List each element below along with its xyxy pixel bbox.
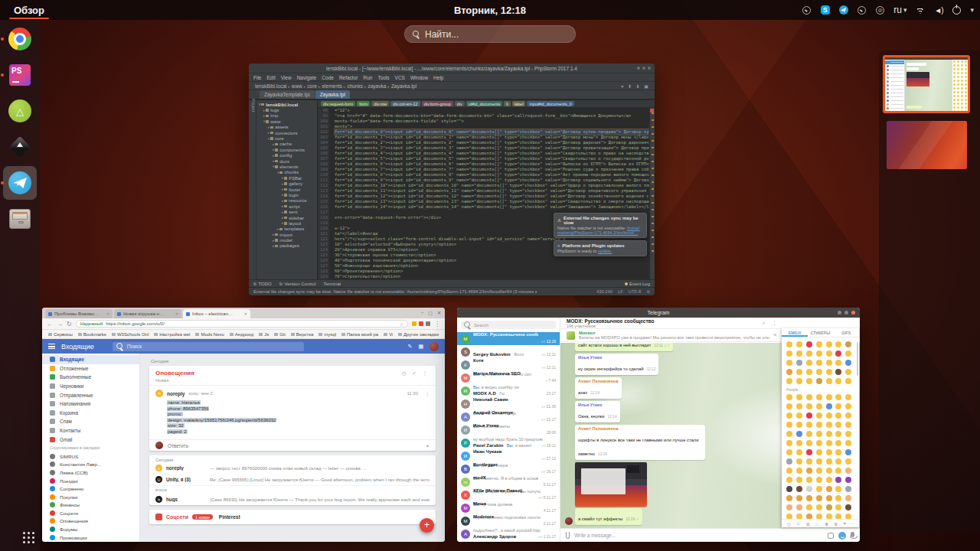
tree-arrow-icon[interactable]: ▸ <box>273 159 274 163</box>
tree-arrow-icon[interactable]: ▸ <box>282 204 283 208</box>
notification-updates[interactable]: ●Platform and Plugin updates PhpStorm is… <box>554 240 647 256</box>
breadcrumb-item[interactable]: zayavka <box>368 83 387 89</box>
bookmark-item[interactable]: Bookmarks <box>78 332 106 337</box>
breadcrumb-chip[interactable]: li <box>504 101 510 106</box>
emoji[interactable] <box>806 486 812 492</box>
reply-row[interactable]: Ответить ✦ <box>149 439 436 451</box>
tree-node[interactable]: ▸ connectors <box>256 130 317 135</box>
reload-icon[interactable]: ↻ <box>67 321 72 328</box>
emoji[interactable] <box>806 412 812 419</box>
wifi-icon[interactable] <box>915 5 925 15</box>
sidebar-item[interactable]: Контакты <box>42 426 139 435</box>
sidebar-item[interactable]: Черновики <box>42 382 139 391</box>
emoji[interactable] <box>845 486 851 492</box>
bundle-card-notifications[interactable]: Оповещения ◷ ✓ ⋮ Новая n noreply кому: м… <box>149 366 436 451</box>
emoji[interactable] <box>786 468 792 474</box>
emoji[interactable] <box>826 431 832 437</box>
tree-arrow-icon[interactable]: ▸ <box>273 244 274 248</box>
emoji[interactable] <box>845 341 851 347</box>
emoji[interactable] <box>796 412 802 419</box>
chrome-menu-icon[interactable]: ⋮ <box>434 321 440 328</box>
emoji[interactable] <box>816 458 822 465</box>
bundle-item[interactable]: Оповещения <box>42 517 139 526</box>
window-controls[interactable] <box>637 67 651 70</box>
emoji[interactable] <box>826 350 832 357</box>
bundle-item[interactable]: Форумы <box>42 525 139 533</box>
breadcrumb-item[interactable]: Zayavka.tpl <box>391 83 416 89</box>
tree-node[interactable]: ▸ cache <box>256 142 317 147</box>
emoji[interactable] <box>845 369 851 375</box>
dock-item-file-archiver[interactable] <box>3 202 37 236</box>
breadcrumb-item[interactable]: elements <box>322 83 341 89</box>
window-controls[interactable]: –▢✕ <box>421 310 441 315</box>
tree-arrow-icon[interactable]: ▸ <box>273 142 274 146</box>
breadcrumb-chip[interactable]: input#id_documents_0 <box>527 101 573 106</box>
message-input-bar[interactable]: Write a message... <box>560 528 860 542</box>
editor-tab[interactable]: ZayavkaTemplate.tpl <box>260 90 315 99</box>
menu-item[interactable]: Refactor <box>339 75 358 80</box>
inbox-search[interactable]: Поиск <box>113 342 304 351</box>
emoji[interactable] <box>845 514 851 519</box>
emoji[interactable] <box>806 350 812 357</box>
tree-node[interactable]: ▾ www <box>256 119 317 124</box>
power-icon[interactable] <box>952 5 962 15</box>
bundle-item[interactable]: Соцсети <box>42 509 139 517</box>
bundle-actions[interactable]: ◷ ✓ ⋮ <box>402 370 430 377</box>
compose-icon[interactable]: ✎ <box>408 344 413 350</box>
bookmark-item[interactable]: Git <box>274 332 286 337</box>
window-telegram[interactable]: Telegram Search M MODX: Русскоязычное со… <box>457 308 860 542</box>
emoji[interactable] <box>826 440 832 446</box>
bundle-item[interactable]: Сохранено <box>42 484 139 493</box>
tree-node[interactable]: ▸ templates <box>256 227 317 232</box>
volume-icon[interactable]: ◄) <box>933 5 943 15</box>
tree-node[interactable]: ▸ script <box>256 204 317 209</box>
tree-node[interactable]: ▸ packages <box>256 243 317 249</box>
emoji[interactable] <box>835 403 841 409</box>
tree-node[interactable]: ▾ core <box>256 135 317 141</box>
attach-icon[interactable] <box>566 532 570 539</box>
emoji[interactable] <box>806 431 812 437</box>
emoji[interactable] <box>845 440 851 446</box>
tree-node[interactable]: ▸ gallery <box>256 181 317 186</box>
emoji[interactable] <box>786 369 792 375</box>
emoji[interactable] <box>826 495 832 501</box>
clock-menu[interactable]: Вторник, 12:18 <box>454 5 526 16</box>
emoji[interactable] <box>796 514 802 519</box>
bundle-item[interactable]: Лямка (ССВ) <box>42 468 139 477</box>
emoji[interactable] <box>845 468 851 474</box>
emoji[interactable] <box>786 504 792 510</box>
tool-window-strip[interactable]: Project <box>249 100 256 279</box>
emoji[interactable] <box>796 394 802 400</box>
tree-node[interactable]: ▸ layout <box>256 220 317 226</box>
tree-node[interactable]: ▸ model <box>256 237 317 243</box>
tree-arrow-icon[interactable]: ▸ <box>277 227 279 231</box>
tree-node[interactable]: ▾ elements <box>256 164 317 169</box>
tree-node[interactable]: ▸ import <box>256 232 317 237</box>
breadcrumb-chip[interactable]: div.request-form <box>321 101 355 106</box>
dock-item-inkscape[interactable] <box>3 130 37 164</box>
emoji[interactable] <box>816 514 822 519</box>
emoji[interactable] <box>826 449 832 455</box>
emoji-category-icon[interactable]: ◌ <box>851 521 854 526</box>
emoji[interactable] <box>835 449 841 455</box>
menu-item[interactable]: VCS <box>395 75 405 80</box>
email-row[interactable]: h hugs (Case 86930) Не загружается Юнити… <box>149 494 436 505</box>
hamburger-icon[interactable] <box>48 344 55 349</box>
emoji-category-icon[interactable]: ♨ <box>815 521 819 527</box>
emoji[interactable] <box>806 403 812 409</box>
emoji[interactable] <box>786 378 792 384</box>
emoji[interactable] <box>806 458 812 465</box>
workspace-thumbnail-active[interactable] <box>883 55 970 113</box>
bookmark-item[interactable]: Js <box>259 332 269 337</box>
emoji-panel-tab[interactable]: СТИКЕРЫ <box>808 328 834 337</box>
chat-list-item[interactable]: И Илья Утких ну вообще надо брать 10 пре… <box>457 423 560 436</box>
chat-list-item[interactable]: M MODX: Русскоязычное сообщество Вы: а с… <box>457 332 560 345</box>
emoji[interactable] <box>835 369 841 375</box>
tree-arrow-icon[interactable]: ▸ <box>263 114 265 118</box>
emoji[interactable] <box>796 486 802 492</box>
menu-item[interactable]: Navigate <box>297 75 317 80</box>
emoji-category-icon[interactable]: ◷ <box>786 521 790 527</box>
emoji[interactable] <box>816 495 822 501</box>
emoji[interactable] <box>826 514 832 519</box>
menu-item[interactable]: Help <box>433 75 443 80</box>
